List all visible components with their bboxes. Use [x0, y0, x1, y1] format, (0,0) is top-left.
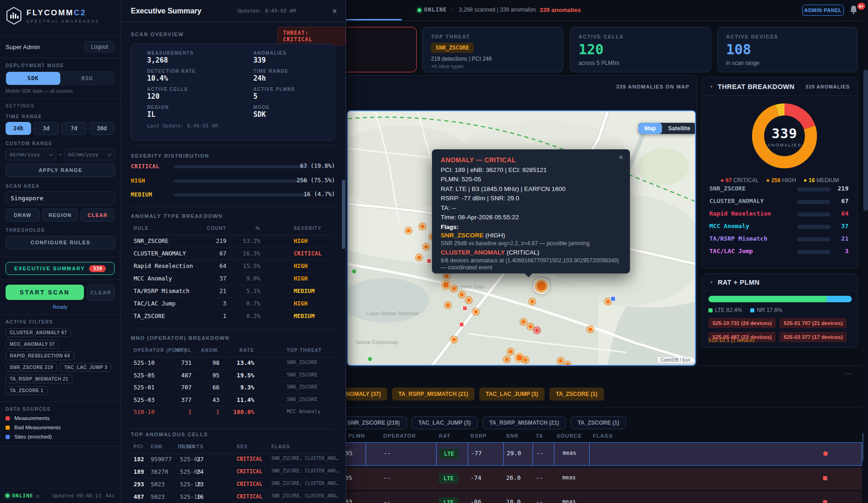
- cell-ta: --: [536, 450, 544, 457]
- sdk-toggle-option[interactable]: SDK: [6, 72, 60, 85]
- configure-rules-button[interactable]: CONFIGURE RULES: [6, 236, 116, 249]
- map-view-button[interactable]: Map: [638, 123, 662, 134]
- start-scan-button[interactable]: START SCAN: [6, 285, 84, 300]
- draw-button[interactable]: DRAW: [6, 209, 39, 222]
- clear-area-button[interactable]: CLEAR: [81, 209, 115, 222]
- admin-panel-button[interactable]: ADMIN PANEL: [802, 5, 844, 16]
- filter-chip[interactable]: RAPID_RESELECTION 64: [6, 351, 74, 360]
- anomaly-marker[interactable]: [564, 361, 572, 366]
- collapse-caret-icon[interactable]: ▼: [709, 84, 714, 89]
- cell-snr: 26.0: [506, 474, 521, 481]
- time-range-button[interactable]: 7d: [61, 122, 87, 135]
- anomaly-marker[interactable]: [459, 322, 464, 327]
- divider: [288, 407, 862, 407]
- anomaly-marker[interactable]: [367, 357, 373, 362]
- region-button[interactable]: REGION: [42, 209, 78, 222]
- executive-summary-button[interactable]: EXECUTIVE SUMMARY 339: [6, 262, 115, 275]
- scan-count-summary: 3,268 scanned | 339 anomalies: [459, 6, 536, 13]
- anomaly-marker[interactable]: [503, 356, 511, 363]
- bell-icon[interactable]: [849, 5, 858, 15]
- anomaly-marker[interactable]: [415, 254, 423, 261]
- filter-chip[interactable]: TA_ZSCORE 1: [6, 386, 48, 395]
- active-cells-value: 120: [579, 41, 702, 57]
- anomaly-marker[interactable]: [533, 326, 541, 334]
- anomaly-marker[interactable]: [405, 227, 412, 235]
- filter-pill[interactable]: TAC_LAC_JUMP (3): [411, 416, 478, 429]
- anomaly-marker[interactable]: [450, 285, 458, 293]
- filter-chip[interactable]: TA_ZSCORE (1): [549, 388, 604, 401]
- table-row[interactable]: 525-03 -- LTE -86 18.0 -- meas SNR_ZSCOR…: [288, 491, 862, 503]
- anomaly-marker[interactable]: [611, 296, 616, 301]
- plmn-chip[interactable]: 525-01 707 (21 devices): [779, 318, 847, 328]
- logout-button[interactable]: Logout: [84, 41, 115, 52]
- filter-pill[interactable]: TA_RSRP_MISMATCH (21): [482, 416, 566, 429]
- anomaly-marker[interactable]: [458, 291, 466, 299]
- threat-row[interactable]: SNR_ZSCORE219: [709, 185, 851, 193]
- panel-scrollbar-thumb[interactable]: [342, 180, 345, 249]
- time-range-button[interactable]: 30d: [89, 122, 115, 135]
- date-from-input[interactable]: dd/mm/yyyy▭: [6, 149, 56, 160]
- top-threat-card[interactable]: TOP THREAT SNR_ZSCORE 219 detections | P…: [422, 27, 563, 72]
- active-cells-card[interactable]: ACTIVE CELLS 120 across 5 PLMNs: [570, 27, 711, 72]
- active-devices-card[interactable]: ACTIVE DEVICES 108 in scan range: [717, 27, 857, 72]
- scan-area-input[interactable]: Singapore: [6, 191, 115, 205]
- rsu-toggle-option[interactable]: RSU: [60, 72, 115, 85]
- anomaly-marker[interactable]: [463, 306, 467, 311]
- filter-chip[interactable]: MCC_ANOMALY 37: [6, 340, 59, 349]
- notification-badge[interactable]: 9+: [857, 3, 865, 10]
- anomaly-marker[interactable]: [422, 243, 430, 251]
- anomaly-marker[interactable]: [352, 269, 357, 274]
- clear-scan-button[interactable]: CLEAR: [87, 285, 115, 301]
- plmn-chip[interactable]: 525-03 377 (17 devices): [779, 332, 847, 342]
- scan-area-label: SCAN AREA: [6, 184, 115, 189]
- refresh-icon[interactable]: ◎: [36, 493, 39, 499]
- filter-chip[interactable]: TA_RSRP_MISMATCH (21): [392, 388, 475, 401]
- anomaly-marker[interactable]: [465, 296, 473, 304]
- plmn-chip[interactable]: 525-10 731 (24 devices): [708, 318, 776, 328]
- map-type-toggle: Map Satellite: [638, 123, 696, 134]
- threat-row[interactable]: TAC/LAC Jump3: [709, 248, 851, 256]
- collapse-caret-icon[interactable]: ▼: [709, 280, 714, 285]
- cell-snr: 29.0: [507, 450, 521, 457]
- threat-row[interactable]: MCC Anomaly37: [709, 223, 851, 231]
- cell-rsrp: -74: [470, 474, 481, 481]
- table-row[interactable]: 525-05 -- LTE -74 26.0 -- meas SNR_ZSCOR…: [288, 467, 862, 490]
- legend-item: ● 67 CRITICAL: [720, 177, 759, 184]
- anomaly-marker[interactable]: [534, 278, 549, 294]
- anomaly-marker[interactable]: [507, 348, 514, 356]
- threat-row[interactable]: CLUSTER_ANOMALY67: [709, 197, 851, 206]
- filter-chip[interactable]: TA_RSRP_MISMATCH 21: [6, 375, 72, 383]
- anomaly-marker[interactable]: [450, 336, 458, 344]
- anomaly-marker[interactable]: [418, 223, 426, 230]
- anomaly-marker[interactable]: [586, 325, 594, 333]
- summary-count-badge: 339: [89, 265, 106, 272]
- filter-pill[interactable]: TA_ZSCORE (1): [571, 416, 626, 429]
- cell-source: meas: [562, 498, 576, 503]
- more-options-icon[interactable]: ⋯: [845, 369, 853, 378]
- page-scrollbar-thumb[interactable]: [863, 70, 868, 211]
- anomaly-marker[interactable]: [521, 356, 529, 364]
- map-place-label: Lower Seletar Reservoir: [366, 311, 419, 316]
- filter-chip[interactable]: CLUSTER_ANOMALY 67: [6, 328, 71, 337]
- apply-range-button[interactable]: APPLY RANGE: [6, 164, 116, 177]
- satellite-view-button[interactable]: Satellite: [662, 123, 696, 134]
- table-row[interactable]: 525-05 -- LTE -77 29.0 -- meas SNR_ZSCOR…: [288, 442, 862, 466]
- anomaly-marker[interactable]: [520, 318, 527, 326]
- time-range-button[interactable]: 24h: [6, 122, 31, 135]
- filter-chip[interactable]: TAC_LAC_JUMP (3): [479, 388, 545, 401]
- anomaly-marker[interactable]: [427, 259, 431, 263]
- filter-pill[interactable]: SNR_ZSCORE (219): [340, 416, 406, 429]
- date-to-input[interactable]: dd/mm/yyyy▭: [64, 149, 115, 160]
- anomaly-marker[interactable]: [444, 301, 452, 309]
- filter-chip[interactable]: TAC_LAC_JUMP 3: [60, 363, 111, 372]
- popup-close-icon[interactable]: ✕: [618, 154, 624, 161]
- threat-row[interactable]: TA/RSRP Mismatch21: [709, 235, 851, 243]
- anomaly-marker[interactable]: [528, 298, 536, 306]
- filter-chip[interactable]: SNR_ZSCORE 219: [6, 363, 57, 372]
- close-icon[interactable]: ✕: [332, 7, 337, 15]
- anomaly-marker[interactable]: [472, 308, 480, 316]
- thresholds-label: THRESHOLDS: [6, 228, 115, 233]
- time-range-button[interactable]: 3d: [33, 122, 59, 135]
- rat-chip: LTE: [439, 449, 459, 459]
- threat-row[interactable]: Rapid Reselection64: [709, 210, 851, 218]
